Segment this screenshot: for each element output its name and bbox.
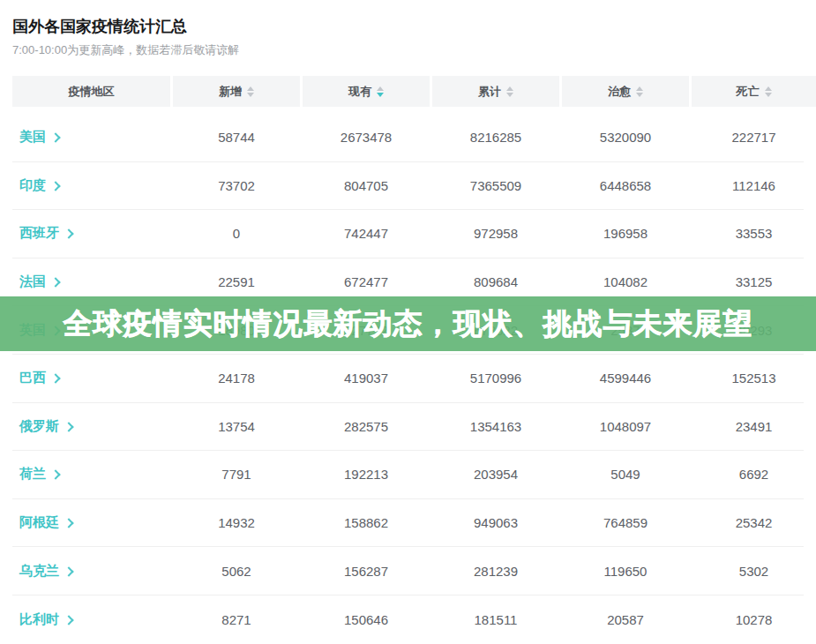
sort-icon — [377, 86, 384, 97]
column-label: 死亡 — [737, 84, 760, 100]
cell-current: 804705 — [303, 162, 430, 210]
region-name: 乌克兰 — [19, 563, 59, 580]
cell-total: 8216285 — [432, 114, 559, 161]
cell-new: 58744 — [173, 114, 300, 161]
region-name: 美国 — [19, 129, 46, 146]
cell-deaths: 152513 — [692, 355, 816, 402]
cell-total: 203954 — [432, 451, 559, 498]
epidemic-stats-table: 疫情地区新增现有累计治愈死亡 美国58744267347882162855320… — [12, 76, 804, 644]
column-header-new[interactable]: 新增 — [173, 76, 300, 107]
cell-total: 5170996 — [432, 355, 559, 402]
chevron-right-icon — [50, 277, 60, 287]
sort-desc-icon — [636, 93, 643, 97]
sort-desc-icon — [247, 93, 254, 97]
cell-total: 949063 — [432, 499, 559, 547]
cell-new: 73702 — [173, 162, 300, 210]
cell-total: 181511 — [432, 595, 559, 644]
region-link[interactable]: 西班牙 — [12, 210, 170, 258]
cell-total: 1354163 — [432, 403, 559, 451]
chevron-right-icon — [50, 374, 60, 384]
cell-deaths: 25342 — [692, 499, 816, 547]
cell-cured: 1048097 — [562, 403, 689, 451]
column-label: 新增 — [219, 84, 242, 100]
column-label: 累计 — [478, 84, 501, 100]
sort-icon — [506, 86, 513, 97]
chevron-right-icon — [64, 566, 73, 576]
table-row: 比利时82711506461815112058710278 — [12, 595, 804, 644]
column-header-total[interactable]: 累计 — [432, 76, 559, 107]
cell-current: 192213 — [303, 451, 430, 498]
page-header: 国外各国家疫情统计汇总 7:00-10:00为更新高峰，数据若滞后敬请谅解 — [12, 16, 804, 58]
sort-icon — [765, 86, 772, 97]
column-label: 疫情地区 — [69, 84, 115, 100]
table-row: 俄罗斯137542825751354163104809723491 — [12, 403, 804, 452]
cell-total: 972958 — [432, 210, 559, 258]
table-row: 阿根廷1493215886294906376485925342 — [12, 499, 804, 548]
sort-asc-icon — [506, 86, 513, 91]
cell-new: 8271 — [173, 595, 300, 644]
sort-desc-icon — [765, 93, 772, 97]
cell-current: 419037 — [303, 355, 430, 402]
region-link[interactable]: 阿根廷 — [12, 499, 170, 547]
cell-total: 281239 — [432, 547, 559, 595]
sort-desc-icon — [506, 93, 513, 97]
sort-asc-icon — [636, 86, 643, 91]
table-row: 荷兰779119221320395450496692 — [12, 451, 804, 499]
region-link[interactable]: 巴西 — [12, 355, 170, 402]
promo-overlay-banner: 全球疫情实时情况最新动态，现状、挑战与未来展望 — [0, 296, 816, 351]
column-header-cured[interactable]: 治愈 — [562, 76, 689, 107]
region-name: 阿根廷 — [19, 514, 59, 531]
column-label: 现有 — [348, 84, 371, 100]
column-header-deaths[interactable]: 死亡 — [692, 76, 816, 107]
promo-overlay-text: 全球疫情实时情况最新动态，现状、挑战与未来展望 — [64, 304, 753, 344]
sort-asc-icon — [765, 86, 772, 91]
cell-deaths: 10278 — [692, 595, 816, 644]
cell-current: 742447 — [303, 210, 430, 258]
page-subtitle: 7:00-10:00为更新高峰，数据若滞后敬请谅解 — [12, 42, 804, 58]
cell-new: 0 — [173, 210, 300, 258]
table-body: 美国58744267347882162855320090222717印度7370… — [12, 114, 804, 644]
sort-desc-icon — [377, 93, 384, 97]
column-header-current[interactable]: 现有 — [303, 76, 430, 107]
region-name: 比利时 — [19, 611, 59, 628]
cell-new: 7791 — [173, 451, 300, 498]
cell-new: 14932 — [173, 499, 300, 547]
region-link[interactable]: 俄罗斯 — [12, 403, 170, 451]
sort-asc-icon — [247, 86, 254, 91]
cell-new: 13754 — [173, 403, 300, 451]
cell-deaths: 33553 — [692, 210, 816, 258]
cell-cured: 119650 — [562, 547, 689, 595]
chevron-right-icon — [64, 518, 73, 528]
table-row: 印度7370280470573655096448658112146 — [12, 162, 804, 211]
sort-asc-icon — [377, 86, 384, 91]
chevron-right-icon — [64, 615, 73, 625]
region-link[interactable]: 美国 — [12, 114, 170, 161]
cell-cured: 764859 — [562, 499, 689, 547]
chevron-right-icon — [50, 133, 60, 143]
sort-icon — [247, 86, 254, 97]
region-link[interactable]: 荷兰 — [12, 451, 170, 498]
cell-cured: 5049 — [562, 451, 689, 498]
region-name: 法国 — [19, 273, 46, 290]
table-row: 西班牙074244797295819695833553 — [12, 210, 804, 258]
table-row: 乌克兰50621562872812391196505302 — [12, 547, 804, 595]
cell-deaths: 112146 — [692, 162, 816, 210]
table-row: 巴西2417841903751709964599446152513 — [12, 355, 804, 403]
cell-current: 282575 — [303, 403, 430, 451]
page-title: 国外各国家疫情统计汇总 — [12, 16, 804, 37]
region-name: 西班牙 — [19, 225, 59, 242]
column-label: 治愈 — [608, 84, 631, 100]
chevron-right-icon — [64, 229, 73, 239]
region-link[interactable]: 比利时 — [12, 595, 170, 644]
chevron-right-icon — [50, 181, 60, 191]
region-name: 荷兰 — [19, 466, 46, 483]
cell-deaths: 5302 — [692, 547, 816, 595]
cell-new: 5062 — [173, 547, 300, 595]
region-link[interactable]: 印度 — [12, 162, 170, 210]
table-row: 美国58744267347882162855320090222717 — [12, 114, 804, 162]
region-link[interactable]: 乌克兰 — [12, 547, 170, 595]
cell-current: 2673478 — [303, 114, 430, 161]
cell-cured: 5320090 — [562, 114, 689, 161]
cell-cured: 20587 — [562, 595, 689, 644]
cell-current: 150646 — [303, 595, 430, 644]
